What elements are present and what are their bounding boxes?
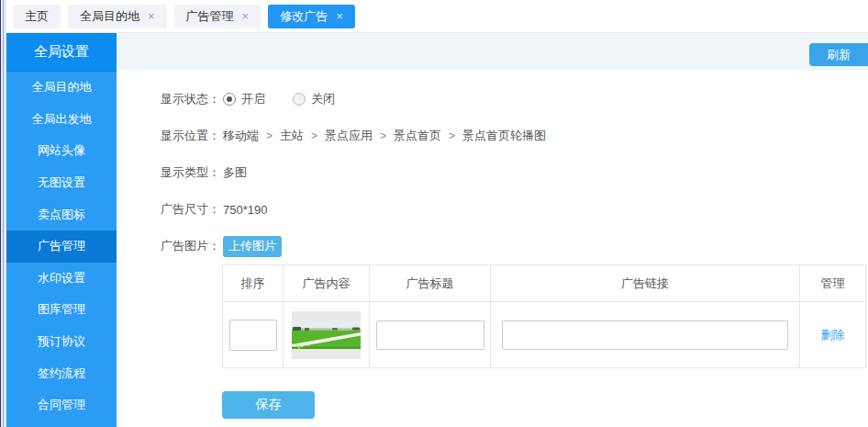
position-label: 显示位置： [161, 128, 223, 144]
form-row-size: 广告尺寸： 750*190 [161, 191, 868, 228]
tab-label: 修改广告 [280, 8, 328, 25]
radio-status-on[interactable]: 开启 [223, 91, 265, 107]
table-header-row: 排序 广告内容 广告标题 广告链接 管理 [223, 265, 866, 302]
ad-items-table: 排序 广告内容 广告标题 广告链接 管理 [222, 264, 866, 368]
page-body: 全局设置 全局目的地 全局出发地 网站头像 无图设置 卖点图标 广告管理 水印设… [6, 33, 868, 427]
image-label: 广告图片： [161, 238, 223, 254]
tab-global-destination[interactable]: 全局目的地 × [68, 5, 167, 28]
sidebar-item-noimage-settings[interactable]: 无图设置 [6, 167, 117, 199]
form-row-image: 广告图片： 上传图片 [161, 228, 868, 264]
radio-label: 开启 [241, 91, 265, 107]
grass-field-image [292, 321, 361, 349]
close-icon[interactable]: × [336, 10, 343, 22]
breadcrumb-item: 景点首页轮播图 [462, 128, 546, 144]
type-value: 多图 [223, 164, 247, 181]
radio-label: 关闭 [311, 91, 335, 107]
column-header-link: 广告链接 [491, 265, 800, 302]
sidebar-item-contract-management[interactable]: 合同管理 [6, 389, 117, 421]
edit-ad-form: 显示状态： 开启 关闭 显 [117, 70, 868, 419]
close-icon[interactable]: × [148, 10, 155, 22]
chevron-separator: > [449, 129, 455, 142]
ad-thumbnail[interactable] [292, 311, 361, 359]
size-label: 广告尺寸： [161, 201, 223, 218]
column-header-manage: 管理 [800, 265, 866, 302]
radio-unselected-icon[interactable] [293, 93, 306, 106]
delete-link[interactable]: 删除 [821, 328, 845, 342]
form-row-position: 显示位置： 移动端 > 主站 > 景点应用 > 景点首页 > 景点首页轮播图 [161, 118, 868, 154]
sidebar-item-booking-agreement[interactable]: 预订协议 [6, 326, 117, 358]
size-value: 750*190 [223, 203, 267, 217]
form-row-status: 显示状态： 开启 关闭 [161, 81, 868, 118]
upload-image-button[interactable]: 上传图片 [223, 236, 282, 257]
sidebar-item-signing-process[interactable]: 签约流程 [6, 357, 117, 389]
radio-status-off[interactable]: 关闭 [293, 91, 335, 107]
content-area: 刷新 显示状态： 开启 关闭 [117, 33, 868, 427]
column-header-sort: 排序 [223, 265, 284, 302]
main-column: 主页 全局目的地 × 广告管理 × 修改广告 × 全局设置 全局目的地 全局出发… [6, 0, 868, 427]
tab-label: 全局目的地 [80, 8, 139, 25]
window-edge-strip [0, 0, 6, 427]
tab-bar: 主页 全局目的地 × 广告管理 × 修改广告 × [6, 0, 868, 33]
chevron-separator: > [266, 129, 273, 142]
tab-home[interactable]: 主页 [13, 5, 61, 28]
sidebar-item-global-departure[interactable]: 全局出发地 [6, 104, 117, 136]
refresh-button[interactable]: 刷新 [809, 43, 868, 66]
ad-title-input[interactable] [376, 320, 484, 350]
chevron-separator: > [380, 129, 386, 142]
tab-edit-ad[interactable]: 修改广告 × [268, 5, 355, 28]
table-row: 删除 [223, 302, 866, 368]
tab-ad-management[interactable]: 广告管理 × [174, 5, 262, 28]
sort-input[interactable] [229, 320, 277, 351]
sidebar-item-sellpoint-icons[interactable]: 卖点图标 [6, 198, 117, 230]
app-window: 主页 全局目的地 × 广告管理 × 修改广告 × 全局设置 全局目的地 全局出发… [0, 0, 868, 427]
column-header-title: 广告标题 [370, 265, 491, 302]
sidebar-item-site-avatar[interactable]: 网站头像 [6, 135, 117, 167]
sidebar-item-gallery-management[interactable]: 图库管理 [6, 294, 117, 326]
sidebar-item-ad-management[interactable]: 广告管理 [6, 230, 117, 263]
breadcrumb: 移动端 > 主站 > 景点应用 > 景点首页 > 景点首页轮播图 [223, 128, 546, 144]
sidebar-item-global-destination[interactable]: 全局目的地 [6, 72, 117, 104]
ad-link-input[interactable] [502, 320, 788, 350]
tab-label: 主页 [25, 8, 49, 25]
breadcrumb-item: 移动端 [223, 128, 259, 144]
save-button[interactable]: 保存 [222, 391, 315, 419]
content-header-band: 刷新 [117, 33, 868, 70]
sidebar-item-watermark-settings[interactable]: 水印设置 [6, 263, 117, 295]
breadcrumb-item: 主站 [280, 128, 304, 144]
sidebar: 全局设置 全局目的地 全局出发地 网站头像 无图设置 卖点图标 广告管理 水印设… [6, 33, 117, 427]
tab-label: 广告管理 [186, 8, 234, 25]
chevron-separator: > [311, 129, 317, 142]
breadcrumb-item: 景点应用 [325, 128, 373, 144]
status-label: 显示状态： [161, 91, 223, 107]
close-icon[interactable]: × [242, 10, 250, 22]
type-label: 显示类型： [161, 164, 223, 181]
sidebar-header: 全局设置 [6, 33, 117, 72]
form-row-type: 显示类型： 多图 [161, 154, 868, 191]
breadcrumb-item: 景点首页 [394, 128, 441, 144]
column-header-content: 广告内容 [284, 265, 370, 302]
radio-selected-icon[interactable] [223, 93, 236, 106]
